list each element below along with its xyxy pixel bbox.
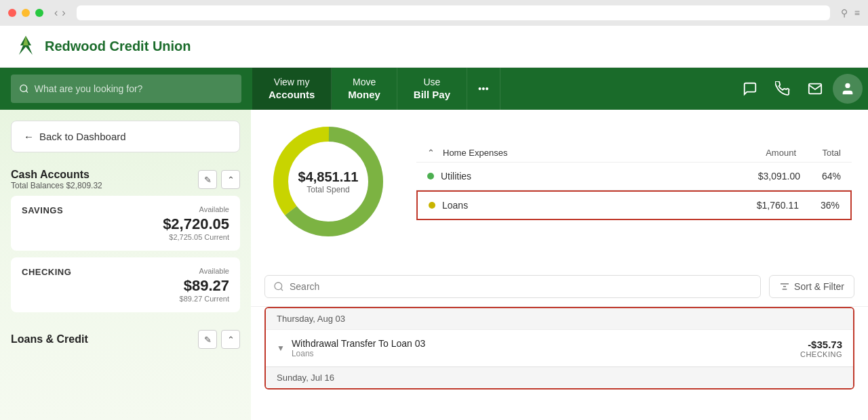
- transaction-right-1: -$35.73 CHECKING: [800, 339, 842, 358]
- savings-amounts-row: $2,720.05 $2,725.05 Current: [22, 215, 229, 241]
- content-area: $4,851.11 Total Spend ⌃ Home Expenses Am…: [251, 110, 868, 420]
- filter-icon: [779, 281, 790, 292]
- savings-available: Available: [199, 205, 229, 213]
- transaction-name-1: Withdrawal Transfer To Loan 03: [292, 338, 800, 349]
- sidebar: ← Back to Dashboard Cash Accounts Total …: [0, 110, 251, 420]
- utilities-row: Utilities $3,091.00 64%: [416, 163, 852, 190]
- chat-icon: [743, 81, 757, 96]
- navbar: View my Accounts Move Money Use Bill Pay…: [0, 68, 868, 110]
- svg-point-7: [275, 282, 282, 290]
- accounts-header: Cash Accounts Total Balances $2,809.32 ✎…: [11, 163, 240, 196]
- close-btn[interactable]: [8, 9, 16, 17]
- search-filter-bar: Sort & Filter: [251, 267, 868, 307]
- loans-title: Loans & Credit: [11, 333, 88, 345]
- checking-row: CHECKING Available: [22, 267, 229, 277]
- transaction-date-1: Thursday, Aug 03: [266, 308, 853, 329]
- chart-section: $4,851.11 Total Spend ⌃ Home Expenses Am…: [251, 110, 868, 253]
- svg-point-2: [20, 85, 27, 91]
- utilities-amount: $3,091.00: [719, 171, 800, 182]
- loans-category: Loans: [442, 200, 717, 211]
- loans-amount: $1,760.11: [717, 200, 799, 211]
- transaction-category-1: Loans: [292, 349, 800, 358]
- col-amount-header: Amount: [715, 148, 796, 158]
- nav-move-money[interactable]: Move Money: [332, 68, 397, 110]
- minimize-btn[interactable]: [22, 9, 30, 17]
- checking-type: CHECKING: [22, 267, 71, 277]
- transactions-section: Thursday, Aug 03 ▼ Withdrawal Transfer T…: [264, 307, 854, 390]
- donut-chart: $4,851.11 Total Spend: [267, 121, 389, 243]
- nav-more[interactable]: •••: [467, 68, 500, 110]
- loans-section: Loans & Credit ✎ ⌃: [0, 324, 251, 354]
- url-bar[interactable]: [77, 5, 830, 20]
- checking-card[interactable]: CHECKING Available $89.27 $89.27 Current: [11, 257, 240, 312]
- phone-icon-btn[interactable]: [768, 74, 797, 104]
- main-content: ← Back to Dashboard Cash Accounts Total …: [0, 110, 868, 420]
- col-total-header: Total: [800, 148, 841, 158]
- sort-filter-btn[interactable]: Sort & Filter: [769, 275, 854, 298]
- svg-point-3: [845, 83, 850, 88]
- loans-controls: ✎ ⌃: [198, 330, 240, 349]
- logo-icon: [14, 35, 38, 59]
- savings-type: SAVINGS: [22, 205, 63, 215]
- forward-nav-btn[interactable]: ›: [62, 7, 65, 19]
- phone-icon: [775, 81, 790, 96]
- back-nav-btn[interactable]: ‹: [54, 7, 58, 19]
- email-icon-btn[interactable]: [800, 74, 830, 104]
- nav-items: View my Accounts Move Money Use Bill Pay…: [252, 68, 735, 110]
- back-to-dashboard-btn[interactable]: ← Back to Dashboard: [11, 121, 240, 152]
- loans-header: Loans & Credit ✎ ⌃: [11, 324, 240, 354]
- loans-dot: [429, 202, 435, 209]
- transaction-account-1: CHECKING: [800, 350, 842, 358]
- transaction-search-input[interactable]: [290, 281, 752, 292]
- accounts-title: Cash Accounts: [11, 169, 102, 181]
- checking-current: $89.27 Current: [180, 295, 229, 303]
- collapse-loans-btn[interactable]: ⌃: [221, 330, 240, 349]
- loans-row[interactable]: Loans $1,760.11 36%: [416, 190, 852, 220]
- transaction-amount-1: -$35.73: [800, 339, 842, 350]
- search-input[interactable]: [35, 83, 233, 94]
- sort-filter-label: Sort & Filter: [794, 281, 844, 292]
- group-label: Home Expenses: [443, 148, 711, 158]
- logo-text: Redwood Credit Union: [45, 39, 191, 54]
- search-icon: [19, 83, 29, 94]
- accounts-balance: Total Balances $2,809.32: [11, 181, 102, 190]
- profile-icon-btn[interactable]: [833, 74, 863, 104]
- nav-bill-pay[interactable]: Use Bill Pay: [397, 68, 467, 110]
- nav-arrows: ‹ ›: [54, 7, 66, 19]
- cash-accounts-section: Cash Accounts Total Balances $2,809.32 ✎…: [0, 163, 251, 324]
- donut-label: Total Spend: [298, 185, 359, 194]
- chat-icon-btn[interactable]: [735, 74, 765, 104]
- donut-center: $4,851.11 Total Spend: [298, 169, 359, 194]
- edit-loans-btn[interactable]: ✎: [198, 330, 217, 349]
- collapse-icon[interactable]: ⌃: [427, 148, 435, 158]
- titlebar: ‹ › ⚲ ≡: [0, 0, 868, 26]
- expenses-table: ⌃ Home Expenses Amount Total Utilities $…: [416, 144, 852, 220]
- site-header: Redwood Credit Union: [0, 26, 868, 68]
- nav-right-icons: [735, 68, 868, 110]
- maximize-btn[interactable]: [35, 9, 43, 17]
- transaction-date-2: Sunday, Jul 16: [266, 366, 853, 388]
- checking-available: Available: [199, 267, 229, 275]
- collapse-accounts-btn[interactable]: ⌃: [221, 170, 240, 189]
- email-icon: [808, 81, 823, 96]
- donut-amount: $4,851.11: [298, 169, 359, 185]
- utilities-dot: [427, 173, 434, 180]
- utilities-percent: 64%: [800, 171, 841, 182]
- table-group-header: ⌃ Home Expenses Amount Total: [416, 144, 852, 163]
- transaction-row-1[interactable]: ▼ Withdrawal Transfer To Loan 03 Loans -…: [266, 329, 853, 366]
- search-icon: ⚲: [841, 7, 848, 18]
- savings-card[interactable]: SAVINGS Available $2,720.05 $2,725.05 Cu…: [11, 196, 240, 251]
- expand-icon[interactable]: ▼: [277, 343, 285, 353]
- search-container[interactable]: [11, 75, 241, 103]
- logo: Redwood Credit Union: [14, 35, 191, 59]
- search-icon: [273, 281, 284, 292]
- savings-current: $2,725.05 Current: [163, 233, 229, 241]
- accounts-controls: ✎ ⌃: [198, 170, 240, 189]
- checking-amount: $89.27: [180, 277, 229, 295]
- edit-accounts-btn[interactable]: ✎: [198, 170, 217, 189]
- checking-amounts-row: $89.27 $89.27 Current: [22, 277, 229, 303]
- savings-row: SAVINGS Available: [22, 205, 229, 215]
- nav-view-accounts[interactable]: View my Accounts: [252, 68, 332, 110]
- utilities-category: Utilities: [441, 171, 719, 182]
- transaction-search-container[interactable]: [264, 275, 761, 298]
